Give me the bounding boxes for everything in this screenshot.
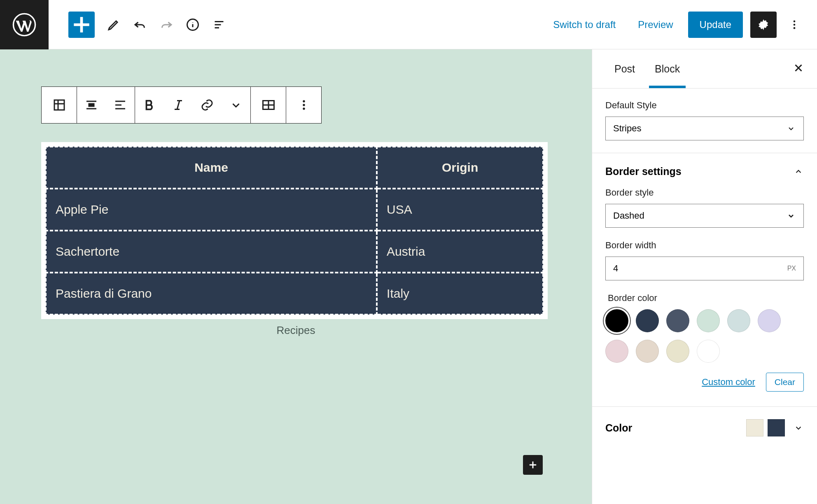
color-preview-swatch (768, 419, 785, 436)
plus-icon (68, 12, 95, 38)
border-style-select[interactable]: Dashed (605, 204, 804, 228)
undo-button[interactable] (133, 17, 147, 32)
more-button[interactable] (784, 12, 805, 38)
default-style-label: Default Style (605, 100, 804, 111)
input-value: 4 (613, 263, 618, 274)
outline-button[interactable] (212, 17, 226, 32)
clear-color-button[interactable]: Clear (766, 373, 804, 392)
text-align-button[interactable] (106, 87, 135, 123)
edit-tool-button[interactable] (106, 17, 121, 32)
bold-icon (142, 98, 157, 112)
more-vertical-icon (789, 19, 800, 30)
sidebar-tabs: Post Block (592, 49, 817, 89)
text-align-icon (113, 98, 128, 112)
color-swatch[interactable] (697, 309, 720, 332)
block-type-button[interactable] (42, 87, 77, 123)
table-cell[interactable]: USA (377, 189, 543, 231)
redo-icon (159, 17, 174, 32)
default-style-select[interactable]: Stripes (605, 117, 804, 140)
table-row: Apple Pie USA (46, 189, 543, 231)
table-cell[interactable]: Italy (377, 273, 543, 315)
table-cell[interactable]: Apple Pie (46, 189, 377, 231)
color-swatch[interactable] (758, 309, 781, 332)
list-icon (212, 17, 226, 32)
chevron-down-icon (786, 211, 796, 221)
svg-point-4 (794, 23, 796, 26)
color-swatch[interactable] (605, 340, 628, 363)
update-button[interactable]: Update (688, 12, 743, 38)
table-edit-icon (261, 98, 276, 112)
svg-rect-6 (54, 100, 64, 110)
link-button[interactable] (193, 87, 222, 123)
chevron-down-icon (786, 124, 796, 133)
top-right-actions: Switch to draft Preview Update (546, 12, 817, 38)
border-style-label: Border style (605, 187, 804, 198)
bold-button[interactable] (135, 87, 164, 123)
custom-color-link[interactable]: Custom color (702, 377, 755, 387)
svg-point-3 (794, 20, 796, 22)
color-swatch[interactable] (636, 309, 659, 332)
border-width-input[interactable]: 4 PX (605, 257, 804, 280)
input-unit: PX (787, 265, 796, 272)
section-title: Border settings (605, 166, 682, 177)
table-header[interactable]: Origin (377, 147, 543, 189)
color-swatch[interactable] (666, 309, 689, 332)
align-icon (84, 98, 99, 112)
select-value: Dashed (613, 210, 644, 221)
link-icon (200, 98, 215, 112)
settings-button[interactable] (750, 12, 777, 38)
block-toolbar (41, 86, 322, 124)
top-left-toolbar (68, 12, 226, 38)
color-palette (605, 309, 804, 363)
svg-point-9 (303, 100, 305, 102)
table-cell[interactable]: Pastiera di Grano (46, 273, 377, 315)
align-button[interactable] (77, 87, 106, 123)
info-button[interactable] (185, 17, 200, 32)
close-sidebar-button[interactable] (792, 62, 805, 76)
section-title: Color (605, 422, 632, 434)
info-icon (185, 17, 200, 32)
table-cell[interactable]: Austria (377, 231, 543, 273)
table-row: Sachertorte Austria (46, 231, 543, 273)
table-edit-button[interactable] (251, 87, 286, 123)
preview-button[interactable]: Preview (630, 13, 680, 36)
chevron-down-icon (229, 98, 243, 112)
table-cell[interactable]: Sachertorte (46, 231, 377, 273)
table-header[interactable]: Name (46, 147, 377, 189)
svg-point-5 (794, 27, 796, 29)
close-icon (792, 62, 805, 74)
color-swatch[interactable] (605, 309, 628, 332)
plus-icon (527, 459, 539, 471)
border-width-label: Border width (605, 240, 804, 251)
border-settings-header[interactable]: Border settings (605, 153, 804, 187)
add-block-button[interactable] (68, 12, 95, 38)
tab-post[interactable]: Post (605, 51, 645, 87)
color-swatch[interactable] (727, 309, 750, 332)
block-more-button[interactable] (286, 87, 321, 123)
svg-point-11 (303, 107, 305, 110)
color-section-header[interactable]: Color (605, 407, 804, 436)
wordpress-icon (12, 13, 36, 37)
add-block-after-button[interactable] (523, 455, 543, 475)
settings-sidebar: Post Block Default Style Stripes Border … (592, 49, 817, 504)
chevron-down-icon (793, 422, 804, 433)
italic-button[interactable] (164, 87, 193, 123)
more-vertical-icon (296, 98, 311, 112)
redo-button[interactable] (159, 17, 174, 32)
pencil-icon (106, 17, 121, 32)
color-swatch[interactable] (666, 340, 689, 363)
table-caption[interactable]: Recipes (41, 324, 551, 337)
tab-block[interactable]: Block (645, 51, 690, 87)
color-swatch[interactable] (697, 340, 720, 363)
italic-icon (171, 98, 186, 112)
editor-canvas[interactable]: Table Block (0, 49, 592, 504)
color-swatch[interactable] (636, 340, 659, 363)
table-row: Pastiera di Grano Italy (46, 273, 543, 315)
table-block[interactable]: Name Origin Apple Pie USA Sachertorte Au… (41, 142, 548, 319)
undo-icon (133, 17, 147, 32)
color-preview-swatch (746, 419, 763, 436)
more-formatting-button[interactable] (222, 87, 250, 123)
top-bar: Switch to draft Preview Update (0, 0, 817, 49)
wordpress-logo[interactable] (0, 0, 49, 49)
switch-to-draft-button[interactable]: Switch to draft (546, 13, 623, 36)
